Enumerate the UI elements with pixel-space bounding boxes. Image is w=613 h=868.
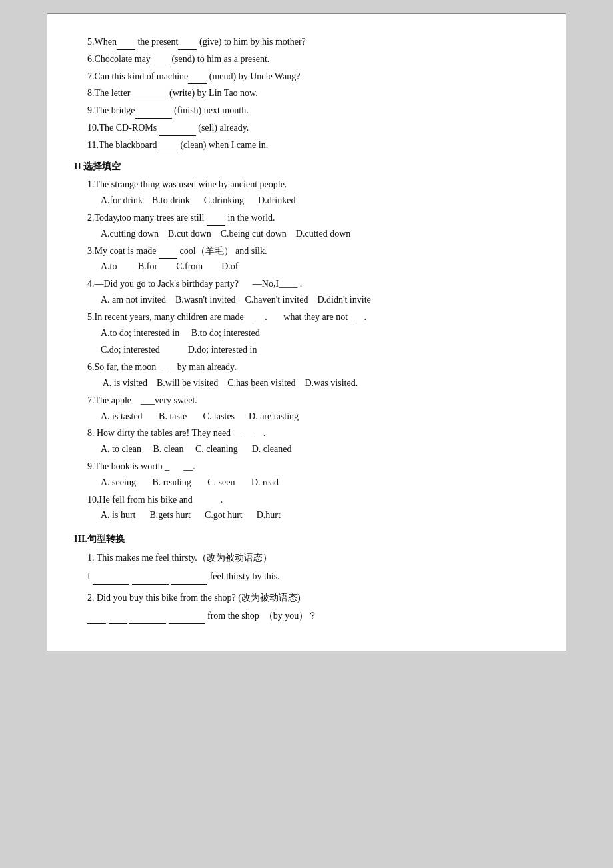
q-ii-6: 6.So far, the moon_ __by man already. A.… [87, 359, 539, 391]
question-7: 7.Can this kind of machine (mend) by Unc… [87, 69, 539, 85]
q5-blank1 [117, 41, 135, 50]
section-iii-title: III.句型转换 [74, 531, 539, 547]
q-ii-4-options: A. am not invited B.wasn't invited C.hav… [101, 292, 539, 308]
q-ii-7-text: 7.The apple ___very sweet. [87, 393, 539, 409]
q-ii-6-text: 6.So far, the moon_ __by man already. [87, 359, 539, 375]
q-ii-10-text: 10.He fell from his bike and . [87, 492, 539, 508]
q-ii-6-options: A. is visited B.will be visited C.has be… [101, 375, 539, 391]
q-ii-2-options: A.cutting down B.cut down C.being cut do… [101, 226, 539, 242]
q-iii-2-text: 2. Did you buy this bike from the shop? … [87, 590, 539, 606]
q10-end: (sell) already. [196, 123, 249, 133]
q-ii-10-options: A. is hurt B.gets hurt C.got hurt D.hurt [101, 507, 539, 523]
q11-end: (clean) when I came in. [178, 140, 268, 150]
question-5: 5.When the present (give) to him by his … [87, 34, 539, 50]
q-iii-2-sub: from the shop （by you）？ [87, 608, 539, 624]
q5-blank2 [178, 41, 197, 50]
q8-text: 8.The letter [87, 88, 131, 98]
q-ii-9-options: A. seeing B. reading C. seen D. read [101, 475, 539, 491]
q-ii-8-options: A. to clean B. clean C. cleaning D. clea… [101, 441, 539, 457]
q-iii-2: 2. Did you buy this bike from the shop? … [87, 590, 539, 625]
q8-end: (write) by Lin Tao now. [167, 88, 258, 98]
q-ii-5-text: 5.In recent years, many children are mad… [87, 309, 539, 325]
q-ii-1-options: A.for drink B.to drink C.drinking D.drin… [101, 193, 539, 209]
q10-text: 10.The CD-ROMs [87, 123, 159, 133]
q9-end: (finish) next month. [172, 105, 249, 115]
q7-blank1 [188, 75, 207, 84]
q-ii-3-options: A.to B.for C.from D.of [101, 259, 539, 275]
q-ii-7-options: A. is tasted B. taste C. tastes D. are t… [101, 409, 539, 425]
question-6: 6.Chocolate may (send) to him as a prese… [87, 51, 539, 67]
q9-blank1 [135, 109, 172, 119]
q-ii-4: 4.—Did you go to Jack's birthday party? … [87, 276, 539, 308]
q-ii-8: 8. How dirty the tables are! They need _… [87, 425, 539, 457]
page-container: 5.When the present (give) to him by his … [47, 13, 566, 651]
q-ii-2-text: 2.Today,too many trees are still in the … [87, 210, 539, 226]
q-ii-2: 2.Today,too many trees are still in the … [87, 210, 539, 242]
q-ii-1-text: 1.The strange thing was used wine by anc… [87, 177, 539, 193]
q6-blank1 [151, 58, 169, 67]
q-iii-1-sub: I feel thirsty by this. [87, 569, 539, 585]
q11-blank1 [159, 144, 178, 153]
question-8: 8.The letter (write) by Lin Tao now. [87, 85, 539, 101]
q5-end: (give) to him by his mother? [197, 37, 305, 47]
q-iii-1-text: 1. This makes me feel thirsty.（改为被动语态） [87, 550, 539, 566]
q-iii-1: 1. This makes me feel thirsty.（改为被动语态） I… [87, 550, 539, 585]
q5-text: 5.When [87, 37, 117, 47]
section-ii-title: II 选择填空 [74, 159, 539, 175]
q9-text: 9.The bridge [87, 105, 135, 115]
q6-text: 6.Chocolate may [87, 54, 151, 64]
question-11: 11.The blackboard (clean) when I came in… [87, 137, 539, 153]
q-ii-7: 7.The apple ___very sweet. A. is tasted … [87, 393, 539, 425]
q-ii-3-text: 3.My coat is made cool（羊毛） and silk. [87, 243, 539, 259]
q6-end: (send) to him as a present. [169, 54, 269, 64]
q5-mid: the present [135, 37, 179, 47]
q-ii-9-text: 9.The book is worth _ __. [87, 459, 539, 475]
q8-blank1 [131, 92, 167, 101]
section-ii: II 选择填空 1.The strange thing was used win… [74, 159, 539, 524]
q-ii-5: 5.In recent years, many children are mad… [87, 309, 539, 358]
q-ii-8-text: 8. How dirty the tables are! They need _… [87, 425, 539, 441]
q-ii-5-options-cd: C.do; interested D.do; interested in [101, 342, 539, 358]
section-iii: III.句型转换 1. This makes me feel thirsty.（… [74, 531, 539, 624]
q-ii-4-text: 4.—Did you go to Jack's birthday party? … [87, 276, 539, 292]
q-ii-5-options-ab: A.to do; interested in B.to do; interest… [101, 325, 539, 341]
q-ii-1: 1.The strange thing was used wine by anc… [87, 177, 539, 209]
q-ii-10: 10.He fell from his bike and . A. is hur… [87, 492, 539, 524]
q-ii-9: 9.The book is worth _ __. A. seeing B. r… [87, 459, 539, 491]
q7-text: 7.Can this kind of machine [87, 71, 188, 81]
question-9: 9.The bridge (finish) next month. [87, 103, 539, 119]
q10-blank1 [159, 127, 196, 136]
q7-end: (mend) by Uncle Wang? [207, 71, 300, 81]
q-ii-3: 3.My coat is made cool（羊毛） and silk. A.t… [87, 243, 539, 275]
question-10: 10.The CD-ROMs (sell) already. [87, 120, 539, 136]
q11-text: 11.The blackboard [87, 140, 159, 150]
